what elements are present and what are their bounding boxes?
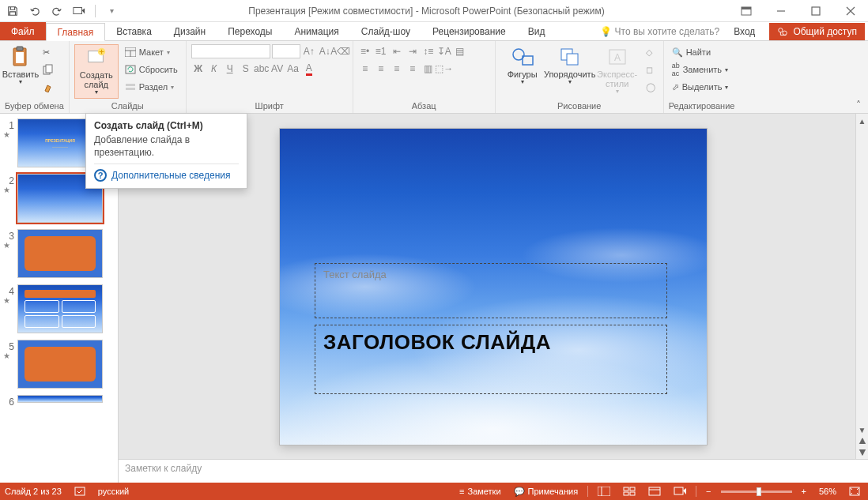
tab-review[interactable]: Рецензирование — [421, 22, 517, 40]
layout-button[interactable]: Макет ▾ — [122, 44, 181, 60]
align-left-icon[interactable]: ≡ — [358, 62, 372, 76]
increase-indent-icon[interactable]: ⇥ — [406, 44, 420, 58]
tab-transitions[interactable]: Переходы — [217, 22, 283, 40]
comments-toggle[interactable]: 💬 Примечания — [511, 483, 582, 499]
tell-me-search[interactable]: 💡 Что вы хотите сделать? — [600, 26, 720, 37]
columns-icon[interactable]: ▥ — [421, 62, 436, 76]
subtitle-placeholder[interactable]: Текст слайда — [315, 263, 667, 318]
tooltip-help-link[interactable]: ? Дополнительные сведения — [94, 164, 239, 182]
collapse-ribbon-icon[interactable]: ˄ — [852, 99, 865, 111]
zoom-in-button[interactable]: + — [798, 483, 810, 499]
section-button[interactable]: Раздел ▾ — [122, 79, 181, 95]
quick-styles-button[interactable]: A Экспресс-стили▾ — [595, 44, 640, 97]
save-icon[interactable] — [5, 3, 21, 19]
select-button[interactable]: ⬀Выделить ▾ — [669, 79, 732, 95]
prev-slide-icon[interactable]: ⯅ — [857, 435, 868, 446]
justify-icon[interactable]: ≡ — [406, 62, 420, 76]
align-text-vert-icon[interactable]: ▤ — [453, 44, 467, 58]
fit-to-window-icon[interactable] — [846, 483, 863, 499]
font-size-combo[interactable] — [272, 44, 300, 58]
scroll-up-icon[interactable]: ▲ — [857, 115, 868, 126]
underline-icon[interactable]: Ч — [223, 62, 237, 76]
line-spacing-icon[interactable]: ↕≡ — [421, 44, 436, 58]
shape-fill-button[interactable]: ◇ — [643, 44, 659, 60]
start-from-beginning-icon[interactable] — [71, 3, 87, 19]
next-slide-icon[interactable]: ⯆ — [857, 446, 868, 457]
spellcheck-icon[interactable] — [71, 483, 89, 499]
shadow-icon[interactable]: abc — [255, 62, 269, 76]
zoom-slider[interactable] — [721, 491, 792, 493]
normal-view-icon[interactable] — [594, 483, 613, 499]
tab-animation[interactable]: Анимация — [283, 22, 349, 40]
thumbnail-3[interactable]: 3★ — [3, 229, 115, 278]
copy-button[interactable] — [40, 62, 57, 77]
font-color-icon[interactable]: A — [302, 62, 316, 76]
text-direction-icon[interactable]: ↧A — [437, 44, 451, 58]
reading-view-icon[interactable] — [645, 483, 664, 499]
redo-icon[interactable] — [49, 3, 65, 19]
vertical-scrollbar[interactable]: ▲ ▼ ⯅ ⯆ — [855, 114, 868, 459]
qat-customize-icon[interactable]: ▾ — [104, 3, 119, 19]
slide-thumb[interactable] — [17, 284, 103, 333]
language-indicator[interactable]: русский — [98, 487, 129, 496]
replace-button[interactable]: abacЗаменить ▾ — [669, 62, 732, 77]
thumbnail-4[interactable]: 4★ — [3, 284, 115, 333]
decrease-font-icon[interactable]: A↓ — [318, 44, 332, 58]
minimize-button[interactable] — [764, 0, 798, 22]
sign-in-link[interactable]: Вход — [726, 26, 763, 37]
increase-font-icon[interactable]: A↑ — [302, 44, 316, 58]
slide-thumb[interactable] — [17, 340, 103, 389]
tab-slideshow[interactable]: Слайд-шоу — [350, 22, 421, 40]
new-slide-button[interactable]: Создать слайд▾ — [74, 44, 119, 99]
shape-effects-button[interactable]: ◯ — [643, 79, 659, 95]
thumbnail-5[interactable]: 5★ — [3, 340, 115, 389]
svg-rect-30 — [630, 487, 635, 491]
ribbon: Вставить▾ ✂ Буфер обмена Создать слайд▾ … — [0, 41, 868, 114]
strikethrough-icon[interactable]: S — [239, 62, 253, 76]
decrease-indent-icon[interactable]: ⇤ — [390, 44, 404, 58]
paste-button[interactable]: Вставить▾ — [5, 44, 36, 88]
numbering-icon[interactable]: ≡1 — [374, 44, 388, 58]
tab-design[interactable]: Дизайн — [163, 22, 217, 40]
align-right-icon[interactable]: ≡ — [390, 62, 404, 76]
slide-sorter-view-icon[interactable] — [620, 483, 639, 499]
slide-canvas[interactable]: Текст слайда ЗАГОЛОВОК СЛАЙДА — [280, 129, 707, 445]
convert-smartart-icon[interactable]: ⬚→ — [437, 62, 451, 76]
tab-view[interactable]: Вид — [517, 22, 557, 40]
zoom-out-button[interactable]: − — [703, 483, 714, 499]
reset-button[interactable]: Сбросить — [122, 62, 181, 77]
share-button[interactable]: Общий доступ — [769, 23, 865, 40]
bold-icon[interactable]: Ж — [191, 62, 206, 76]
close-button[interactable] — [833, 0, 868, 22]
align-center-icon[interactable]: ≡ — [374, 62, 388, 76]
slideshow-view-icon[interactable] — [670, 483, 689, 499]
tab-file[interactable]: Файл — [0, 22, 46, 40]
notes-toggle[interactable]: ≡ Заметки — [456, 483, 504, 499]
bullets-icon[interactable]: ≡• — [358, 44, 372, 58]
maximize-button[interactable] — [798, 0, 833, 22]
shape-outline-button[interactable]: ◻ — [643, 62, 659, 77]
shapes-button[interactable]: Фигуры▾ — [500, 44, 545, 88]
slide-thumb[interactable] — [17, 229, 103, 278]
char-spacing-icon[interactable]: AV — [270, 62, 285, 76]
italic-icon[interactable]: К — [207, 62, 221, 76]
slide-thumb[interactable] — [17, 395, 103, 403]
thumbnail-6[interactable]: 6 — [3, 395, 115, 408]
tab-insert[interactable]: Вставка — [105, 22, 163, 40]
zoom-percent[interactable]: 56% — [816, 483, 840, 499]
font-family-combo[interactable] — [191, 44, 270, 58]
notes-pane[interactable]: Заметки к слайду — [119, 459, 868, 483]
undo-icon[interactable] — [27, 3, 43, 19]
cut-button[interactable]: ✂ — [40, 44, 57, 60]
format-painter-button[interactable] — [40, 79, 57, 95]
ribbon-display-options-icon[interactable] — [729, 0, 764, 22]
clear-formatting-icon[interactable]: A⌫ — [334, 44, 348, 58]
scroll-down-icon[interactable]: ▼ — [857, 424, 868, 435]
title-placeholder[interactable]: ЗАГОЛОВОК СЛАЙДА — [315, 325, 667, 394]
tab-home[interactable]: Главная — [46, 23, 106, 41]
slide-counter[interactable]: Слайд 2 из 23 — [5, 487, 62, 496]
change-case-icon[interactable]: Aa — [286, 62, 300, 76]
arrange-button[interactable]: Упорядочить▾ — [548, 44, 592, 88]
find-button[interactable]: 🔍Найти — [669, 44, 732, 60]
outline-icon: ◻ — [646, 65, 653, 75]
